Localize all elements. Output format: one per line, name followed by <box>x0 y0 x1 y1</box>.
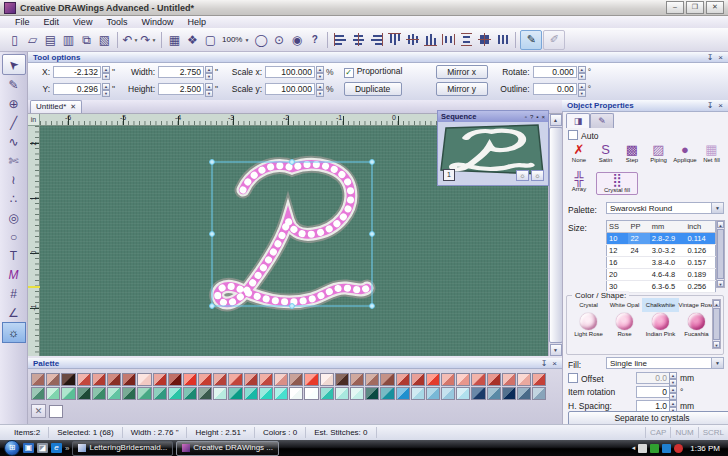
crystal-swatch-rose[interactable] <box>616 313 633 330</box>
sequence-titlebar[interactable]: Sequence ▫?▪× <box>438 111 548 122</box>
fill-type-none[interactable]: ✗None <box>566 143 592 164</box>
thread-color-swatch[interactable] <box>304 373 318 386</box>
thread-color-swatch[interactable] <box>137 373 151 386</box>
pin-icon[interactable]: ↧ <box>707 53 714 62</box>
fill-dropdown[interactable]: Single line▼ <box>606 357 724 369</box>
close-button[interactable]: ✕ <box>706 1 724 14</box>
close-icon[interactable]: × <box>718 101 723 110</box>
save-button[interactable]: ▤ <box>42 31 59 49</box>
node-edit-tool[interactable]: ✎ <box>3 75 25 94</box>
menu-tools[interactable]: Tools <box>99 17 134 27</box>
tray-icon[interactable] <box>638 444 647 453</box>
thread-color-swatch[interactable] <box>92 387 106 400</box>
bezier-tool[interactable]: ∿ <box>3 132 25 151</box>
table-row[interactable]: 12243.0-3.20.126 <box>607 245 716 257</box>
thread-color-swatch[interactable] <box>61 387 75 400</box>
fill-type-applique[interactable]: ●Applique <box>672 143 698 164</box>
space-evenly-v-button[interactable] <box>458 31 475 49</box>
context-help-button[interactable]: ? <box>306 31 323 49</box>
thread-color-swatch[interactable] <box>320 373 334 386</box>
zoom-all-button[interactable]: ◯ <box>252 31 269 49</box>
align-grid-button[interactable] <box>476 31 493 49</box>
distribute-both-button[interactable] <box>494 31 511 49</box>
thread-color-swatch[interactable] <box>365 387 379 400</box>
minimize-button[interactable]: – <box>666 1 684 14</box>
thread-color-swatch[interactable] <box>46 387 60 400</box>
thread-color-swatch[interactable] <box>168 373 182 386</box>
crystal-swatch-indian-pink[interactable] <box>652 313 669 330</box>
pin-icon[interactable]: ↧ <box>707 101 714 110</box>
align-bottom-button[interactable] <box>422 31 439 49</box>
thread-color-swatch[interactable] <box>259 387 273 400</box>
restore-button[interactable]: ❐ <box>686 1 704 14</box>
thread-color-swatch[interactable] <box>228 373 242 386</box>
open-button[interactable]: ▱ <box>24 31 41 49</box>
mirror-x-button[interactable]: Mirror x <box>436 65 488 79</box>
thread-color-swatch[interactable] <box>153 387 167 400</box>
tab-untitled[interactable]: Untitled* ✕ <box>30 100 82 113</box>
print-button[interactable]: ▥ <box>60 31 77 49</box>
thread-color-swatch[interactable] <box>502 373 516 386</box>
pin-icon[interactable]: ↧ <box>541 359 548 368</box>
crystal-color-white-opal[interactable]: White Opal <box>606 298 643 312</box>
clock[interactable]: 1:36 PM <box>686 444 724 453</box>
rotate-field[interactable]: 0.000 <box>533 66 577 78</box>
thread-color-swatch[interactable] <box>350 387 364 400</box>
width-spinner[interactable]: ▲▼ <box>205 66 213 78</box>
thread-color-swatch[interactable] <box>46 373 60 386</box>
undo-dropdown-icon[interactable]: ▼ <box>134 37 139 43</box>
thread-color-swatch[interactable] <box>365 373 379 386</box>
palette-dropdown[interactable]: Swarovski Round▼ <box>606 202 724 214</box>
thread-color-swatch[interactable] <box>61 373 75 386</box>
sequence-pin-icon[interactable]: ▫ <box>525 114 527 120</box>
thread-color-swatch[interactable] <box>532 373 546 386</box>
redo-button[interactable]: ↷▼ <box>140 31 157 49</box>
thread-color-swatch[interactable] <box>198 373 212 386</box>
lightbulb-icon[interactable]: ☼ <box>531 170 544 181</box>
thread-color-swatch[interactable] <box>426 373 440 386</box>
thread-color-swatch[interactable] <box>411 387 425 400</box>
y-field[interactable]: 0.296 <box>53 83 101 95</box>
redo-dropdown-icon[interactable]: ▼ <box>152 37 157 43</box>
color-palette-button[interactable]: ❖ <box>184 31 201 49</box>
empty-color-swatch[interactable] <box>49 405 63 418</box>
crystal-swatch-fucashia[interactable] <box>688 313 705 330</box>
offset-checkbox[interactable]: Offset <box>568 373 604 384</box>
start-button[interactable]: ⊞ <box>4 440 20 456</box>
table-row[interactable]: 163.8-4.00.157 <box>607 257 716 269</box>
y-spinner[interactable]: ▲▼ <box>102 83 110 95</box>
thread-color-swatch[interactable] <box>517 373 531 386</box>
tray-icon[interactable] <box>650 444 659 453</box>
thread-color-swatch[interactable] <box>198 387 212 400</box>
scroll-down-icon[interactable]: ▼ <box>550 344 562 356</box>
circle-tool[interactable]: ○ <box>3 227 25 246</box>
zoom-level-control[interactable]: 100%▼ <box>220 35 251 44</box>
menu-window[interactable]: Window <box>134 17 180 27</box>
scroll-up-icon[interactable]: ▲ <box>550 114 562 126</box>
item-rotation-field[interactable]: 0 <box>636 386 670 398</box>
thread-color-swatch[interactable] <box>289 373 303 386</box>
thread-color-swatch[interactable] <box>213 373 227 386</box>
thread-color-swatch[interactable] <box>107 373 121 386</box>
close-icon[interactable]: × <box>718 53 723 62</box>
thread-color-swatch[interactable] <box>335 373 349 386</box>
tab-pen-properties[interactable]: ✎ <box>590 113 614 128</box>
auto-checkbox[interactable]: Auto <box>568 130 599 141</box>
thread-color-swatch[interactable] <box>320 387 334 400</box>
thread-color-swatch[interactable] <box>228 387 242 400</box>
align-center-h-button[interactable] <box>350 31 367 49</box>
copy-button[interactable]: ⧉ <box>78 31 95 49</box>
sequence-close-icon[interactable]: × <box>541 114 545 120</box>
thread-color-swatch[interactable] <box>244 387 258 400</box>
outline-spinner[interactable]: ▲▼ <box>578 83 586 95</box>
item-rotation-spinner[interactable]: ▲▼ <box>669 386 677 398</box>
menu-file[interactable]: File <box>8 17 37 27</box>
offset-spinner[interactable]: ▲▼ <box>669 372 677 384</box>
scale-x-field[interactable]: 100.000 <box>265 66 315 78</box>
table-row[interactable]: 204.6-4.80.189 <box>607 269 716 281</box>
thread-color-swatch[interactable] <box>183 387 197 400</box>
thread-color-swatch[interactable] <box>77 387 91 400</box>
zoom-selection-button[interactable]: ◉ <box>288 31 305 49</box>
table-row[interactable]: 10222.8-2.90.114 <box>607 233 716 245</box>
align-top-button[interactable] <box>386 31 403 49</box>
